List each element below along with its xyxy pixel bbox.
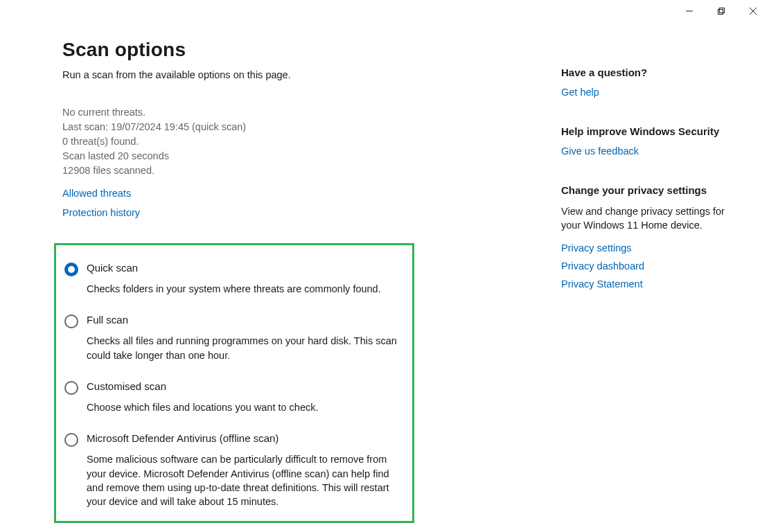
radio-desc: Checks folders in your system where thre…: [87, 282, 404, 296]
radio-option-offline-scan[interactable]: Microsoft Defender Antivirus (offline sc…: [64, 432, 404, 508]
privacy-section: Change your privacy settings View and ch…: [561, 184, 727, 290]
status-duration: Scan lasted 20 seconds: [62, 149, 520, 163]
status-no-threats: No current threats.: [62, 105, 520, 120]
scan-options-group: Quick scan Checks folders in your system…: [54, 243, 414, 523]
radio-option-customised-scan[interactable]: Customised scan Choose which files and l…: [64, 380, 404, 414]
close-icon: [750, 8, 757, 15]
radio-icon: [64, 263, 78, 276]
privacy-dashboard-link[interactable]: Privacy dashboard: [561, 260, 727, 272]
status-last-scan: Last scan: 19/07/2024 19:45 (quick scan): [62, 120, 520, 134]
minimize-icon: [686, 8, 693, 15]
get-help-link[interactable]: Get help: [561, 87, 727, 98]
titlebar: [0, 0, 769, 22]
radio-content: Customised scan Choose which files and l…: [87, 380, 404, 414]
privacy-statement-link[interactable]: Privacy Statement: [561, 278, 727, 290]
protection-history-link[interactable]: Protection history: [62, 207, 140, 218]
minimize-button[interactable]: [673, 0, 705, 22]
allowed-threats-link[interactable]: Allowed threats: [62, 188, 131, 199]
radio-content: Quick scan Checks folders in your system…: [87, 262, 404, 296]
radio-desc: Some malicious software can be particula…: [87, 452, 404, 508]
scan-status-block: No current threats. Last scan: 19/07/202…: [62, 105, 520, 178]
privacy-settings-link[interactable]: Privacy settings: [561, 242, 727, 254]
status-threats-found: 0 threat(s) found.: [62, 134, 520, 149]
status-files-scanned: 12908 files scanned.: [62, 163, 520, 178]
maximize-button[interactable]: [705, 0, 737, 22]
radio-icon: [64, 314, 78, 328]
radio-desc: Checks all files and running programmes …: [87, 334, 404, 362]
maximize-icon: [718, 8, 725, 15]
radio-icon: [64, 433, 78, 447]
right-column: Have a question? Get help Help improve W…: [520, 39, 727, 523]
window-controls: [673, 0, 769, 22]
help-question-section: Have a question? Get help: [561, 66, 727, 98]
radio-desc: Choose which files and locations you wan…: [87, 400, 404, 414]
privacy-text: View and change privacy settings for you…: [561, 204, 727, 233]
radio-title: Customised scan: [87, 380, 404, 392]
close-button[interactable]: [737, 0, 769, 22]
radio-content: Microsoft Defender Antivirus (offline sc…: [87, 432, 404, 508]
page-title: Scan options: [62, 39, 520, 61]
svg-rect-1: [718, 10, 723, 15]
radio-title: Microsoft Defender Antivirus (offline sc…: [87, 432, 404, 444]
radio-title: Quick scan: [87, 262, 404, 274]
radio-content: Full scan Checks all files and running p…: [87, 314, 404, 362]
radio-icon: [64, 381, 78, 395]
improve-heading: Help improve Windows Security: [561, 125, 727, 137]
main-column: Scan options Run a scan from the availab…: [62, 39, 520, 523]
feedback-link[interactable]: Give us feedback: [561, 145, 727, 157]
page-subtitle: Run a scan from the available options on…: [62, 69, 520, 80]
improve-section: Help improve Windows Security Give us fe…: [561, 125, 727, 157]
radio-option-full-scan[interactable]: Full scan Checks all files and running p…: [64, 314, 404, 362]
help-question-heading: Have a question?: [561, 66, 727, 78]
radio-title: Full scan: [87, 314, 404, 326]
privacy-heading: Change your privacy settings: [561, 184, 727, 196]
svg-rect-2: [720, 8, 725, 13]
radio-option-quick-scan[interactable]: Quick scan Checks folders in your system…: [64, 262, 404, 296]
